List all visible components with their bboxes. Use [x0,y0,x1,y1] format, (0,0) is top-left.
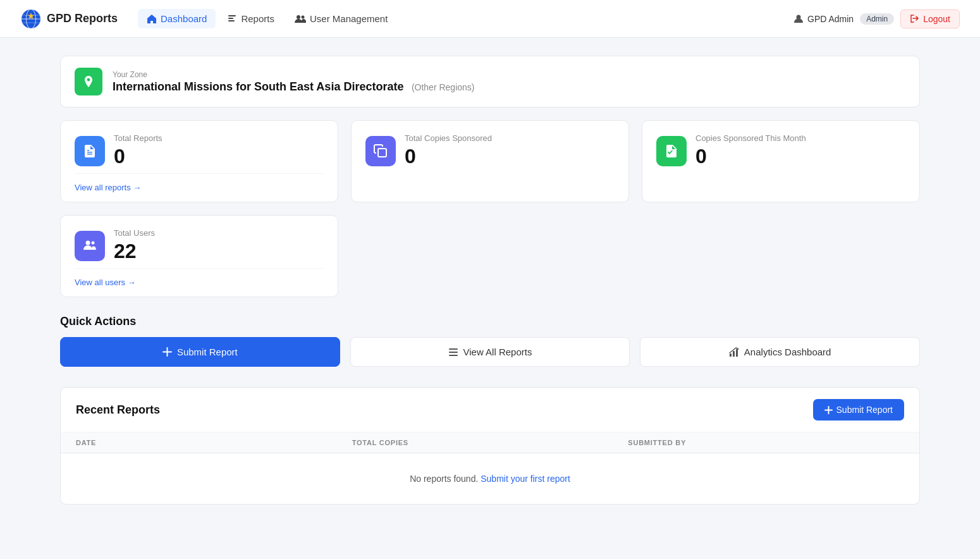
total-reports-label: Total Reports [114,133,162,143]
zone-card: Your Zone International Missions for Sou… [60,56,920,108]
submit-report-header-btn[interactable]: Submit Report [813,399,904,421]
nav-item-user-management[interactable]: User Management [286,9,396,28]
stat-card-total-users: Total Users 22 View all users → [60,215,338,297]
nav-menu: Dashboard Reports User Management [138,9,788,28]
zone-name: International Missions for South East As… [113,80,403,93]
table-header: DATE TOTAL COPIES SUBMITTED BY [61,433,919,453]
users-stat-icon [82,238,97,254]
svg-rect-16 [449,348,458,350]
view-all-users-link[interactable]: View all users → [75,278,136,287]
svg-rect-18 [449,355,458,356]
copies-month-icon [656,136,687,166]
svg-point-14 [86,241,90,245]
svg-rect-19 [730,353,732,357]
stats-grid-row2: Total Users 22 View all users → [60,215,920,297]
plus-icon-btn [824,406,833,414]
copies-sponsored-label: Total Copies Sponsored [405,133,492,143]
reports-icon [227,14,237,24]
total-users-value: 22 [114,240,155,262]
quick-actions-title: Quick Actions [60,315,920,328]
copies-sponsored-icon [365,136,396,166]
logout-icon [910,14,919,23]
home-icon [147,14,157,24]
user-info: GPD Admin [793,14,854,24]
brand-name: GPD Reports [47,12,118,25]
col-total-copies: TOTAL COPIES [352,439,628,446]
total-users-label: Total Users [114,228,155,238]
view-all-reports-quick-btn[interactable]: View All Reports [350,337,630,367]
empty-stat-2 [351,215,629,297]
stat-card-total-reports: Total Reports 0 View all reports → [60,120,338,202]
svg-rect-17 [449,352,458,353]
quick-actions-section: Quick Actions Submit Report View All Rep… [60,315,920,367]
analytics-dashboard-quick-btn[interactable]: Analytics Dashboard [640,337,920,367]
recent-reports-section: Recent Reports Submit Report DATE TOTAL … [60,387,920,505]
navbar-right: GPD Admin Admin Logout [793,9,960,28]
brand-globe-icon [20,8,42,30]
svg-rect-8 [228,18,233,19]
svg-rect-20 [733,351,735,357]
submit-report-quick-btn[interactable]: Submit Report [60,337,340,367]
view-all-reports-link[interactable]: View all reports → [75,183,141,192]
plus-icon [162,347,172,357]
stat-card-copies-sponsored: Total Copies Sponsored 0 [351,120,629,202]
submit-first-report-link[interactable]: Submit your first report [481,474,570,484]
copies-month-label: Copies Sponsored This Month [695,133,806,143]
svg-rect-7 [228,15,236,16]
recent-reports-title: Recent Reports [76,403,160,417]
total-users-icon [75,231,105,261]
total-reports-value: 0 [114,145,162,168]
user-name: GPD Admin [807,14,854,24]
svg-rect-9 [228,20,235,22]
copies-sponsored-value: 0 [405,145,492,168]
zone-name-row: International Missions for South East As… [113,80,474,94]
col-date: DATE [76,439,352,446]
chart-icon [729,347,739,357]
svg-point-11 [301,15,304,18]
svg-point-10 [297,15,300,19]
recent-reports-header: Recent Reports Submit Report [61,388,919,433]
nav-item-reports[interactable]: Reports [218,9,283,28]
zone-region: (Other Regions) [412,82,475,92]
total-reports-icon [75,136,105,166]
zone-label: Your Zone [113,70,474,79]
svg-rect-13 [378,149,386,157]
copy-icon [373,144,388,159]
copies-month-value: 0 [695,145,806,168]
logout-button[interactable]: Logout [900,9,960,28]
location-pin-icon [82,75,95,89]
zone-icon [75,68,102,95]
navbar: GPD Reports Dashboard Reports [0,0,980,38]
empty-stat-3 [642,215,920,297]
quick-actions-grid: Submit Report View All Reports Analytics [60,337,920,367]
table-empty-state: No reports found. Submit your first repo… [61,453,919,504]
document-icon [82,144,97,159]
users-icon [295,14,306,24]
stat-card-copies-month: Copies Sponsored This Month 0 [642,120,920,202]
svg-point-15 [92,242,95,245]
list-icon [448,347,458,357]
brand: GPD Reports [20,8,118,30]
main-content: Your Zone International Missions for Sou… [35,38,945,522]
user-icon [793,14,804,24]
stats-grid-row1: Total Reports 0 View all reports → Total… [60,120,920,202]
svg-rect-21 [736,349,738,357]
document-check-icon [664,144,679,159]
col-submitted-by: SUBMITTED BY [628,439,904,446]
admin-badge: Admin [860,13,894,25]
zone-text: Your Zone International Missions for Sou… [113,70,474,94]
nav-item-dashboard[interactable]: Dashboard [138,9,216,28]
